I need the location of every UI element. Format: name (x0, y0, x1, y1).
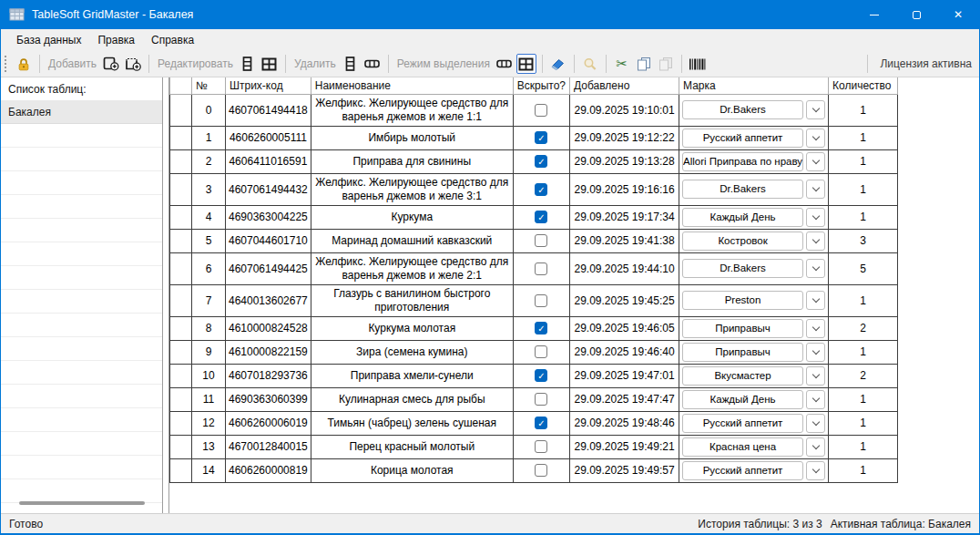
brand-cell[interactable]: Каждый День (679, 205, 829, 229)
brand-cell[interactable]: Dr.Bakers (679, 173, 829, 205)
opened-checkbox[interactable] (535, 417, 547, 429)
added-cell[interactable]: 29.09.2025 19:46:05 (570, 316, 679, 340)
barcode-cell[interactable]: 4610000822159 (226, 340, 311, 364)
barcode-cell[interactable]: 4690363060399 (226, 387, 311, 411)
brand-dropdown-button[interactable] (806, 291, 825, 310)
brand-value[interactable]: Dr.Bakers (682, 259, 803, 278)
barcode-button[interactable] (688, 54, 708, 74)
row-indicator-cell[interactable] (170, 205, 192, 229)
row-indicator-cell[interactable] (170, 94, 192, 126)
name-cell[interactable]: Кулинарная смесь для рыбы (311, 387, 513, 411)
brand-dropdown-button[interactable] (806, 319, 825, 338)
paste-button[interactable] (656, 54, 676, 74)
brand-dropdown-button[interactable] (806, 180, 825, 199)
delete-row-button[interactable] (362, 54, 383, 74)
barcode-cell[interactable]: 4606260006019 (226, 411, 311, 435)
opened-checkbox[interactable] (535, 294, 547, 307)
added-cell[interactable]: 29.09.2025 19:47:47 (570, 387, 679, 411)
quantity-cell[interactable]: 2 (829, 364, 898, 387)
brand-combobox[interactable]: Dr.Bakers (682, 180, 825, 199)
brand-cell[interactable]: Allori Приправа по нраву (679, 149, 829, 173)
added-cell[interactable]: 29.09.2025 19:12:22 (570, 126, 679, 149)
name-cell[interactable]: Корица молотая (311, 458, 513, 482)
brand-cell[interactable]: Dr.Bakers (679, 94, 829, 126)
close-button[interactable]: ✕ (937, 0, 979, 29)
brand-combobox[interactable]: Dr.Bakers (682, 100, 825, 119)
column-header-num[interactable]: № (192, 77, 226, 94)
app-icon[interactable] (9, 7, 25, 22)
opened-cell[interactable] (513, 126, 569, 149)
cut-button[interactable]: ✂ (612, 54, 632, 74)
opened-checkbox[interactable] (535, 393, 547, 406)
row-indicator-cell[interactable] (170, 411, 192, 435)
quantity-cell[interactable]: 1 (829, 340, 898, 364)
opened-cell[interactable] (513, 284, 569, 316)
quantity-cell[interactable]: 2 (829, 316, 898, 340)
added-cell[interactable]: 29.09.2025 19:46:40 (570, 340, 679, 364)
sidebar-item-bakaleya[interactable]: Бакалея (1, 100, 162, 124)
name-cell[interactable]: Куркума молотая (311, 316, 513, 340)
barcode-cell[interactable]: 4607061494425 (226, 252, 311, 284)
quantity-cell[interactable]: 1 (829, 149, 898, 173)
quantity-cell[interactable]: 1 (829, 387, 898, 411)
added-cell[interactable]: 29.09.2025 19:44:10 (570, 252, 679, 284)
opened-checkbox[interactable] (535, 131, 547, 144)
column-header-quantity[interactable]: Количество (829, 77, 898, 94)
column-header-barcode[interactable]: Штрих-код (226, 77, 311, 94)
brand-dropdown-button[interactable] (806, 129, 825, 148)
brand-cell[interactable]: Preston (679, 284, 829, 316)
opened-checkbox[interactable] (535, 262, 547, 275)
name-cell[interactable]: Приправа хмели-сунели (311, 364, 513, 387)
brand-value[interactable]: Приправыч (682, 319, 803, 338)
name-cell[interactable]: Желфикс. Желирующее средство для варенья… (311, 173, 513, 205)
column-header-opened[interactable]: Вскрыто? (513, 77, 569, 94)
row-indicator-cell[interactable] (170, 149, 192, 173)
brand-value[interactable]: Приправыч (682, 343, 803, 362)
opened-checkbox[interactable] (535, 104, 547, 117)
copy-button[interactable] (634, 54, 654, 74)
opened-cell[interactable] (513, 435, 569, 458)
toolbar-grip[interactable] (5, 56, 7, 72)
added-cell[interactable]: 29.09.2025 19:48:46 (570, 411, 679, 435)
name-cell[interactable]: Глазурь с ванилином быстрого приготовлен… (311, 284, 513, 316)
barcode-cell[interactable]: 4670012840015 (226, 435, 311, 458)
brand-dropdown-button[interactable] (806, 152, 825, 171)
brand-cell[interactable]: Русский аппетит (679, 411, 829, 435)
brand-cell[interactable]: Приправыч (679, 316, 829, 340)
quantity-cell[interactable]: 1 (829, 94, 898, 126)
brand-combobox[interactable]: Вкусмастер (682, 366, 825, 386)
brand-combobox[interactable]: Приправыч (682, 343, 825, 362)
brand-dropdown-button[interactable] (806, 259, 825, 278)
opened-cell[interactable] (513, 173, 569, 205)
opened-cell[interactable] (513, 229, 569, 252)
brand-value[interactable]: Allori Приправа по нраву (682, 152, 803, 171)
name-cell[interactable]: Имбирь молотый (311, 126, 513, 149)
name-cell[interactable]: Куркума (311, 205, 513, 229)
row-selection-mode-button[interactable] (495, 54, 515, 74)
added-cell[interactable]: 29.09.2025 19:10:01 (570, 94, 679, 126)
opened-cell[interactable] (513, 94, 569, 126)
brand-value[interactable]: Preston (682, 291, 803, 310)
row-number-cell[interactable]: 10 (192, 364, 226, 387)
brand-combobox[interactable]: Каждый День (682, 208, 825, 227)
row-indicator-cell[interactable] (170, 229, 192, 252)
brand-cell[interactable]: Каждый День (679, 387, 829, 411)
brand-cell[interactable]: Русский аппетит (679, 458, 829, 482)
row-indicator-cell[interactable] (170, 316, 192, 340)
eraser-button[interactable] (548, 54, 568, 74)
brand-dropdown-button[interactable] (806, 366, 825, 386)
row-number-cell[interactable]: 3 (192, 173, 226, 205)
row-indicator-cell[interactable] (170, 284, 192, 316)
opened-cell[interactable] (513, 205, 569, 229)
name-cell[interactable]: Перец красный молотый (311, 435, 513, 458)
opened-cell[interactable] (513, 458, 569, 482)
edit-table-button[interactable] (260, 54, 280, 74)
brand-cell[interactable]: Красная цена (679, 435, 829, 458)
opened-checkbox[interactable] (535, 369, 547, 382)
brand-value[interactable]: Вкусмастер (682, 366, 803, 386)
brand-cell[interactable]: Приправыч (679, 340, 829, 364)
barcode-cell[interactable]: 4610000824528 (226, 316, 311, 340)
brand-value[interactable]: Русский аппетит (682, 414, 803, 433)
opened-checkbox[interactable] (535, 440, 547, 453)
brand-combobox[interactable]: Русский аппетит (682, 414, 825, 433)
